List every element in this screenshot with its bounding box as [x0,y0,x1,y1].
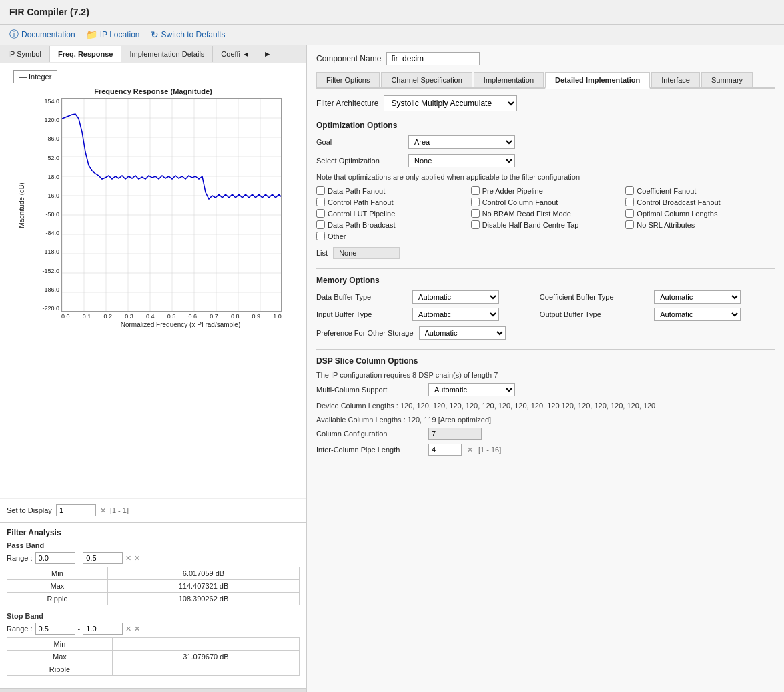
list-row: List None [316,247,775,259]
pref-storage-row: Preference For Other Storage Automatic B… [316,326,775,340]
cb-coefficient-fanout[interactable] [625,186,634,195]
stop-band-ripple-label: Ripple [7,663,113,676]
inter-col-clear[interactable]: ✕ [467,446,473,454]
stop-band-min-value [112,638,299,651]
filter-arch-label: Filter Architecture [316,99,378,108]
pass-band-stats-table: Min 6.017059 dB Max 114.407321 dB Ripple… [7,567,300,605]
checkbox-control-broadcast-fanout: Control Broadcast Fanout [625,198,775,206]
goal-label: Goal [316,138,403,146]
filter-arch-select[interactable]: Systolic Multiply Accumulate Direct Form… [384,95,517,111]
inter-col-input[interactable] [428,444,462,456]
tab-freq-response[interactable]: Freq. Response [50,46,122,62]
cb-control-broadcast-fanout[interactable] [625,198,634,206]
main-layout: IP Symbol Freq. Response Implementation … [0,45,784,692]
cb-control-path-fanout[interactable] [316,198,325,206]
memory-options-grid: Data Buffer Type Automatic BRAM Distribu… [316,290,775,321]
list-label: List [316,249,328,257]
cb-data-path-broadcast[interactable] [316,220,325,229]
coeff-buffer-select[interactable]: Automatic BRAM Distributed RAM Register [654,290,741,304]
pass-band-range-row: Range : - ✕ ✕ [7,552,300,564]
checkbox-data-path-fanout: Data Path Fanout [316,186,466,195]
data-buffer-select[interactable]: Automatic BRAM Distributed RAM Register [412,290,499,304]
pref-storage-label: Preference For Other Storage [316,329,414,337]
ip-location-button[interactable]: 📁 IP Location [86,29,140,40]
cb-optimal-column-lengths[interactable] [625,209,634,218]
pass-band-title: Pass Band [7,541,300,549]
tab-implementation[interactable]: Implementation [474,72,544,87]
pass-band-section: Pass Band Range : - ✕ ✕ Min 6.017059 dB [7,541,300,605]
app-title: FIR Compiler (7.2) [0,0,784,25]
device-col-text: Device Column Lengths : 120, 120, 120, 1… [316,400,775,412]
checkbox-other: Other [316,232,466,240]
pass-band-ripple-value: 108.390262 dB [107,593,299,605]
cb-data-path-fanout[interactable] [316,186,325,195]
input-buffer-label: Input Buffer Type [316,310,406,318]
tab-impl-details[interactable]: Implementation Details [121,46,213,62]
tab-ip-symbol[interactable]: IP Symbol [0,46,50,62]
chart-area: — Integer Frequency Response (Magnitude)… [0,63,306,498]
goal-select[interactable]: Area Speed Custom [408,135,515,149]
cb-pre-adder-pipeline[interactable] [471,186,480,195]
pass-band-ripple-label: Ripple [7,593,108,605]
avail-col-text: Available Column Lengths : 120, 119 [Are… [316,414,775,426]
input-buffer-select[interactable]: Automatic BRAM Distributed RAM Register [412,308,499,321]
documentation-button[interactable]: ⓘ Documentation [9,29,75,41]
cb-disable-half-band[interactable] [471,220,480,229]
filter-analysis-title: Filter Analysis [7,528,300,537]
tab-interface[interactable]: Interface [651,72,700,87]
toolbar: ⓘ Documentation 📁 IP Location ↻ Switch t… [0,25,784,45]
cb-other[interactable] [316,232,325,240]
component-name-input[interactable] [386,52,480,65]
data-buffer-label: Data Buffer Type [316,293,406,301]
stop-band-from-clear[interactable]: ✕ [125,625,131,633]
checkbox-no-srl-attr: No SRL Attributes [625,220,775,229]
info-icon: ⓘ [9,29,19,41]
folder-icon: 📁 [86,29,97,40]
select-opt-select[interactable]: None Custom [408,154,515,167]
component-name-label: Component Name [316,54,381,63]
checkbox-control-lut-pipeline: Control LUT Pipeline [316,209,466,218]
cb-no-srl-attr[interactable] [625,220,634,229]
checkbox-coefficient-fanout: Coefficient Fanout [625,186,775,195]
switch-defaults-button[interactable]: ↻ Switch to Defaults [151,29,226,40]
tab-detailed-implementation[interactable]: Detailed Implementation [545,72,650,89]
horizontal-scrollbar[interactable] [0,688,306,692]
pass-band-to[interactable] [83,552,123,564]
cb-no-bram-read-first[interactable] [471,209,480,218]
set-display-input[interactable] [56,504,96,516]
pass-band-min-value: 6.017059 dB [107,567,299,580]
checkbox-control-path-fanout: Control Path Fanout [316,198,466,206]
pass-band-to-clear[interactable]: ✕ [134,554,140,563]
multi-col-select[interactable]: Automatic Manual [428,383,515,396]
inter-col-range: [1 - 16] [478,446,501,454]
chart-svg-container [61,98,282,312]
chart-title: Frequency Response (Magnitude) [7,87,300,95]
set-display-clear[interactable]: ✕ [100,506,106,515]
tab-more[interactable]: ► [258,45,277,63]
set-display-row: Set to Display ✕ [1 - 1] [0,498,306,522]
stop-range-sep: - [78,625,81,633]
output-buffer-label: Output Buffer Type [540,310,647,318]
tab-coeffi[interactable]: Coeffi ◄ [213,46,258,62]
stop-band-from[interactable] [35,623,75,635]
refresh-icon: ↻ [151,29,159,40]
col-config-row: Column Configuration [316,428,775,440]
dsp-info: The IP configuration requires 8 DSP chai… [316,371,775,379]
pass-band-from-clear[interactable]: ✕ [125,554,131,563]
right-panel: Component Name Filter Options Channel Sp… [307,45,784,692]
pref-storage-select[interactable]: Automatic BRAM Distributed RAM Register [419,326,506,340]
opt-note: Note that optimizations are only applied… [316,173,775,181]
tab-filter-options[interactable]: Filter Options [316,72,380,87]
pass-band-max-value: 114.407321 dB [107,580,299,593]
col-config-input[interactable] [428,428,482,440]
cb-control-lut-pipeline[interactable] [316,209,325,218]
tab-channel-spec[interactable]: Channel Specification [381,72,472,87]
stop-band-to-clear[interactable]: ✕ [134,625,140,633]
multi-col-row: Multi-Column Support Automatic Manual [316,383,775,396]
stop-band-to[interactable] [83,623,123,635]
cb-control-column-fanout[interactable] [471,198,480,206]
pass-band-from[interactable] [35,552,75,564]
output-buffer-select[interactable]: Automatic BRAM Distributed RAM Register [654,308,741,321]
select-opt-row: Select Optimization None Custom [316,154,775,167]
tab-summary[interactable]: Summary [701,72,753,87]
